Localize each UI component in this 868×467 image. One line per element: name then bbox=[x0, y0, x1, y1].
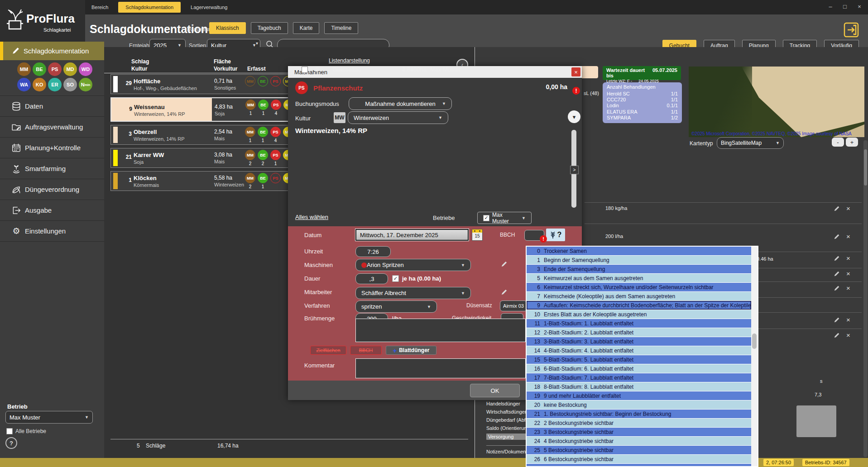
calendar-icon[interactable]: 15 bbox=[472, 229, 483, 241]
edit-icon[interactable] bbox=[834, 205, 840, 212]
section-label[interactable]: Düngebedarf (Abfuh bbox=[486, 417, 526, 423]
bbch-option[interactable]: 25 5 Bestockungstriebe sichtbar bbox=[527, 446, 751, 455]
window-maximize-button[interactable]: □ bbox=[839, 1, 851, 12]
bbch-option[interactable]: 12 2-Blatt-Stadium: 2. Laubblatt entfalt… bbox=[527, 328, 751, 337]
sidebar-item-smartfarming[interactable]: Smartfarming bbox=[0, 158, 104, 179]
alle-betriebe-checkbox[interactable] bbox=[6, 428, 13, 434]
dauer-input[interactable] bbox=[355, 273, 388, 284]
betriebe-select[interactable]: ✓ Max Muster ▼ bbox=[477, 212, 532, 224]
module-tab[interactable]: Lagerverwaltung bbox=[183, 2, 235, 13]
view-button[interactable]: Karte bbox=[293, 22, 320, 34]
bbch-option[interactable]: 22 2 Bestockungstriebe sichtbar bbox=[527, 419, 751, 428]
bbch-option[interactable]: 6 Keimwurzel streckt sich, Wurzelhaare u… bbox=[527, 283, 751, 292]
edit-icon[interactable] bbox=[834, 317, 840, 323]
edit-icon[interactable] bbox=[834, 255, 840, 262]
buchungsmodus-select[interactable]: Maßnahme dokumentieren ▼ bbox=[349, 97, 452, 110]
betrieb-select[interactable]: Max Muster ▼ bbox=[5, 411, 93, 424]
delete-icon[interactable]: × bbox=[846, 271, 850, 277]
category-badge[interactable]: ER bbox=[48, 78, 62, 91]
category-badge[interactable]: BE bbox=[33, 62, 46, 76]
field-checkbox[interactable] bbox=[302, 67, 308, 73]
bbch-option[interactable]: 15 5-Blatt-Stadium: 5. Laubblatt entfalt… bbox=[527, 355, 751, 364]
kartentyp-select[interactable]: BingSatelliteMap ▼ bbox=[717, 137, 784, 149]
sidebar-item-duengeverordnung[interactable]: Düngeverordnung bbox=[0, 179, 104, 200]
bbch-option[interactable]: 24 4 Bestockungstriebe sichtbar bbox=[527, 437, 751, 446]
sidebar-item-planung-kontrolle[interactable]: Planung+Kontrolle bbox=[0, 138, 104, 158]
delete-icon[interactable]: × bbox=[846, 234, 850, 240]
expand-list-button[interactable]: > bbox=[570, 166, 579, 174]
window-close-button[interactable]: × bbox=[854, 1, 865, 12]
zielflaechen-button[interactable]: Zielflächen bbox=[310, 346, 346, 355]
edit-icon[interactable] bbox=[834, 285, 840, 291]
view-button[interactable]: Klassisch bbox=[209, 22, 246, 34]
duesensatz-value[interactable]: Airmix 03 bbox=[500, 300, 527, 311]
je-ha-checkbox[interactable]: ✓ bbox=[392, 275, 399, 282]
bbch-option[interactable]: 9 Auflaufen: Keimscheide durchbricht Bod… bbox=[527, 301, 751, 310]
edit-icon[interactable] bbox=[501, 289, 508, 295]
map-zoom-out-button[interactable]: - bbox=[832, 138, 844, 147]
dialog-close-button[interactable]: × bbox=[571, 67, 580, 76]
bbch-option[interactable]: 10 Erstes Blatt aus der Koleoptile ausge… bbox=[527, 310, 751, 319]
bbch-option[interactable]: 21 1. Bestockungstrieb sichtbar: Beginn … bbox=[527, 410, 751, 419]
bbch-option[interactable]: 20 keine Bestockung bbox=[527, 400, 751, 410]
category-badge[interactable]: PS bbox=[48, 62, 62, 76]
edit-icon[interactable] bbox=[834, 234, 840, 240]
bbch-option[interactable]: 18 8-Blatt-Stadium: 8. Laubblatt entfalt… bbox=[527, 382, 751, 391]
bbch-scrollbar-thumb[interactable] bbox=[752, 334, 757, 349]
kommentar-textarea[interactable] bbox=[355, 358, 526, 378]
view-button[interactable]: Tagebuch bbox=[251, 22, 288, 34]
kultur-code-chip[interactable]: MW bbox=[334, 112, 345, 123]
delete-icon[interactable]: × bbox=[846, 285, 850, 291]
delete-icon[interactable]: × bbox=[846, 255, 850, 262]
bbch-option[interactable]: 0 Trockener Samen bbox=[527, 247, 751, 256]
bbch-option[interactable]: 27 7 Bestockungstriebe sichtbar bbox=[527, 464, 751, 467]
sidebar-item-auftragsverwaltung[interactable]: Auftragsverwaltung bbox=[0, 117, 104, 138]
betriebe-checkbox[interactable]: ✓ bbox=[483, 215, 489, 221]
map-view[interactable]: ©2025 Microsoft Corporation, ©2025 NAVTE… bbox=[689, 67, 864, 137]
dialog-field-row[interactable]: 9 Weissenau 4,8300ha Max Muster bbox=[288, 66, 569, 74]
panel-scrollbar[interactable] bbox=[863, 140, 868, 457]
bbch-option[interactable]: 19 9 und mehr Laubblätter entfaltet bbox=[527, 391, 751, 400]
bbch-option[interactable]: 16 6-Blatt-Stadium: 6. Laubblatt entfalt… bbox=[527, 364, 751, 373]
edit-icon[interactable] bbox=[834, 271, 840, 277]
bbch-option[interactable]: 14 4-Blatt-Stadium: 4. Laubblatt entfalt… bbox=[527, 346, 751, 355]
category-badge[interactable]: KO bbox=[33, 78, 46, 91]
sidebar-item-schlagdokumentation[interactable]: Schlagdokumentation bbox=[0, 42, 104, 60]
view-button[interactable]: Timeline bbox=[324, 22, 358, 34]
kultur-select[interactable]: Winterweizen ▼ bbox=[348, 111, 448, 124]
select-all-link[interactable]: Alles wählen bbox=[295, 214, 328, 220]
category-badge[interactable]: WD bbox=[79, 62, 92, 76]
section-label[interactable]: Notizen/Dokumente bbox=[486, 449, 526, 454]
ok-button[interactable]: OK bbox=[470, 384, 520, 397]
edit-icon[interactable] bbox=[834, 332, 840, 338]
sort-direction-button[interactable]: ▾ bbox=[256, 41, 258, 46]
uhrzeit-input[interactable] bbox=[355, 246, 391, 257]
bbch-button[interactable]: BBCH bbox=[350, 346, 382, 355]
products-textarea[interactable] bbox=[355, 319, 526, 342]
bbch-option[interactable]: 7 Keimscheide (Koleoptile) aus dem Samen… bbox=[527, 292, 751, 301]
logout-icon[interactable] bbox=[843, 22, 859, 38]
sidebar-item-daten[interactable]: Daten bbox=[0, 96, 104, 117]
section-label[interactable]: Saldo (Orientierungs bbox=[486, 425, 526, 431]
category-badge[interactable]: MM bbox=[17, 62, 31, 76]
delete-icon[interactable]: × bbox=[846, 317, 850, 323]
bbch-option[interactable]: 26 6 Bestockungstriebe sichtbar bbox=[527, 455, 751, 464]
module-tab[interactable]: Bereich bbox=[84, 2, 115, 13]
bbch-option[interactable]: 3 Ende der Samenquellung bbox=[527, 265, 751, 274]
sidebar-item-einstellungen[interactable]: ⚙ Einstellungen bbox=[0, 221, 104, 242]
section-label[interactable]: Versorgung bbox=[486, 434, 530, 440]
bbch-option[interactable]: 23 3 Bestockungstriebe sichtbar bbox=[527, 428, 751, 437]
bbch-option[interactable]: 1 Beginn der Samenquellung bbox=[527, 256, 751, 265]
category-badge[interactable]: WA bbox=[17, 78, 31, 91]
datum-input[interactable] bbox=[355, 229, 469, 241]
help-button[interactable]: ? bbox=[5, 437, 17, 449]
mitarbeiter-select[interactable]: Schäffer Albrecht ▼ bbox=[355, 287, 471, 299]
edit-icon[interactable] bbox=[501, 261, 508, 267]
maschinen-select[interactable]: Arion Spritzen ▼ bbox=[355, 259, 471, 271]
module-tab[interactable]: Schlagdokumentation bbox=[118, 2, 181, 13]
expand-section-button[interactable]: ▾ bbox=[568, 110, 580, 123]
bbch-option[interactable]: 11 1-Blatt-Stadium: 1. Laubblatt entfalt… bbox=[527, 319, 751, 328]
listendarstellung-link[interactable]: Listendarstellung bbox=[329, 57, 370, 64]
window-minimize-button[interactable]: – bbox=[825, 1, 836, 12]
bbch-option[interactable]: 17 7-Blatt-Stadium: 7. Laubblatt entfalt… bbox=[527, 373, 751, 382]
